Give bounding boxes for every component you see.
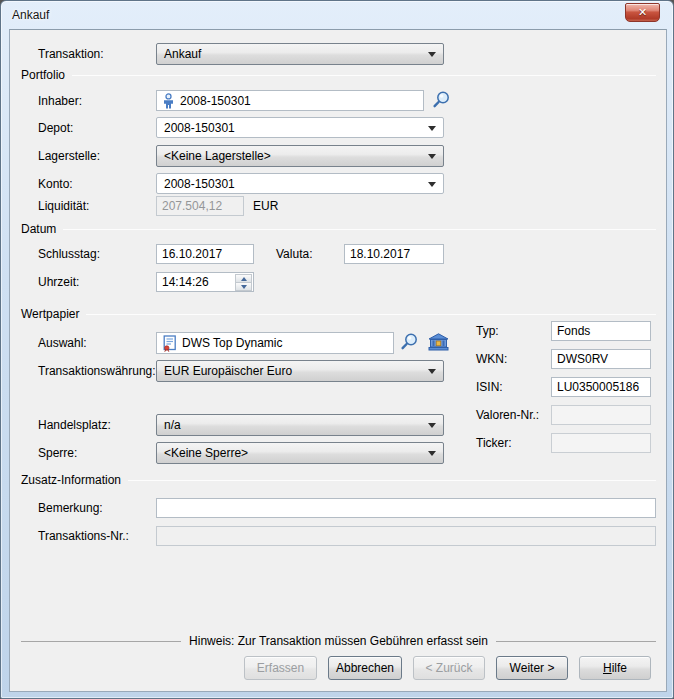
hint-row: Hinweis: Zur Transaktion müssen Gebühren… [21, 634, 656, 648]
titlebar[interactable]: Ankauf ✕ [1, 1, 673, 29]
typ-field: Fonds [551, 321, 651, 341]
typ-value: Fonds [557, 324, 590, 338]
chevron-down-icon [428, 154, 436, 159]
wertpapier-master-data-button[interactable] [427, 332, 449, 354]
wertpapier-search-button[interactable] [398, 332, 420, 354]
bank-icon [428, 333, 449, 354]
wkn-label: WKN: [476, 352, 507, 366]
close-icon: ✕ [638, 7, 647, 18]
waehrung-value: EUR Europäischer Euro [164, 364, 292, 378]
waehrung-label: Transaktionswährung: [38, 364, 156, 378]
bemerkung-label: Bemerkung: [38, 501, 103, 515]
bemerkung-field[interactable] [156, 498, 656, 518]
hilfe-button[interactable]: Hilfe [579, 656, 651, 680]
chevron-down-icon [428, 182, 436, 187]
abbrechen-button-label: Abbrechen [336, 661, 394, 675]
valoren-field [551, 405, 651, 425]
lagerstelle-value: <Keine Lagerstelle> [164, 149, 271, 163]
isin-value: LU0350005186 [557, 380, 639, 394]
chevron-down-icon [428, 126, 436, 131]
sperre-value: <Keine Sperre> [164, 446, 248, 460]
datum-caption: Datum [21, 222, 56, 236]
ticker-label: Ticker: [476, 436, 512, 450]
datum-group-header: Datum [21, 222, 656, 236]
portfolio-caption: Portfolio [21, 68, 65, 82]
transaktions-nr-label: Transaktions-Nr.: [38, 529, 129, 543]
valoren-label: Valoren-Nr.: [476, 408, 539, 422]
hint-divider [496, 641, 656, 642]
wertpapier-caption: Wertpapier [21, 307, 79, 321]
ticker-field [551, 433, 651, 453]
spinner-down-button[interactable] [235, 283, 252, 291]
group-divider [128, 480, 656, 481]
inhaber-search-button[interactable] [430, 90, 452, 112]
arrow-up-icon [241, 277, 247, 281]
valuta-value: 18.10.2017 [350, 247, 410, 261]
lagerstelle-combobox[interactable]: <Keine Lagerstelle> [156, 145, 444, 167]
auswahl-label: Auswahl: [38, 336, 87, 350]
sperre-combobox[interactable]: <Keine Sperre> [156, 442, 444, 464]
hint-divider [21, 641, 181, 642]
inhaber-value: 2008-150301 [180, 94, 251, 108]
close-button[interactable]: ✕ [625, 3, 660, 22]
konto-label: Konto: [38, 177, 73, 191]
weiter-button-label: Weiter > [510, 661, 555, 675]
chevron-down-icon [428, 423, 436, 428]
arrow-down-icon [241, 285, 247, 289]
uhrzeit-label: Uhrzeit: [38, 275, 79, 289]
erfassen-button: Erfassen [244, 656, 317, 680]
schlusstag-label: Schlusstag: [38, 247, 100, 261]
transaktions-nr-field [156, 526, 656, 546]
search-icon [432, 90, 451, 112]
waehrung-combobox[interactable]: EUR Europäischer Euro [156, 360, 444, 382]
lagerstelle-label: Lagerstelle: [38, 149, 100, 163]
konto-combobox[interactable]: 2008-150301 [156, 173, 444, 194]
handelsplatz-value: n/a [164, 418, 181, 432]
inhaber-label: Inhaber: [38, 94, 82, 108]
zurueck-button-label: < Zurück [425, 661, 472, 675]
hilfe-button-label: Hilfe [603, 661, 627, 675]
zurueck-button: < Zurück [413, 656, 485, 680]
group-divider [72, 75, 656, 76]
schlusstag-field[interactable]: 16.10.2017 [156, 244, 254, 264]
isin-label: ISIN: [476, 380, 503, 394]
konto-value: 2008-150301 [164, 177, 235, 191]
group-divider [86, 314, 656, 315]
weiter-button[interactable]: Weiter > [496, 656, 568, 680]
inhaber-field[interactable]: 2008-150301 [156, 90, 424, 111]
wkn-value: DWS0RV [557, 352, 608, 366]
document-icon [162, 335, 177, 352]
auswahl-field[interactable]: DWS Top Dynamic [156, 332, 394, 354]
spinner-up-button[interactable] [235, 274, 252, 283]
liquiditaet-value: 207.504,12 [162, 199, 222, 213]
depot-combobox[interactable]: 2008-150301 [156, 117, 444, 138]
chevron-down-icon [428, 451, 436, 456]
liquiditaet-currency: EUR [253, 199, 278, 213]
valuta-label: Valuta: [276, 247, 312, 261]
auswahl-value: DWS Top Dynamic [182, 336, 282, 350]
wkn-field: DWS0RV [551, 349, 651, 369]
uhrzeit-value: 14:14:26 [162, 275, 209, 289]
schlusstag-value: 16.10.2017 [162, 247, 222, 261]
liquiditaet-field: 207.504,12 [156, 196, 244, 216]
valuta-field[interactable]: 18.10.2017 [344, 244, 444, 264]
wertpapier-group-header: Wertpapier [21, 307, 656, 321]
window-title: Ankauf [12, 8, 49, 22]
handelsplatz-combobox[interactable]: n/a [156, 414, 444, 436]
depot-value: 2008-150301 [164, 121, 235, 135]
sperre-label: Sperre: [38, 446, 77, 460]
liquiditaet-label: Liquidität: [38, 199, 89, 213]
time-spinner[interactable] [235, 274, 252, 291]
depot-label: Depot: [38, 121, 73, 135]
transaktion-value: Ankauf [164, 47, 201, 61]
zusatz-group-header: Zusatz-Information [21, 473, 656, 487]
isin-field: LU0350005186 [551, 377, 651, 397]
ankauf-dialog-window: Ankauf ✕ Transaktion: Ankauf Portfolio I… [0, 0, 674, 699]
handelsplatz-label: Handelsplatz: [38, 418, 111, 432]
search-icon [400, 332, 419, 354]
transaktion-combobox[interactable]: Ankauf [156, 43, 444, 65]
abbrechen-button[interactable]: Abbrechen [328, 656, 402, 680]
person-icon [162, 93, 175, 109]
uhrzeit-field[interactable]: 14:14:26 [156, 272, 254, 292]
erfassen-button-label: Erfassen [257, 661, 304, 675]
